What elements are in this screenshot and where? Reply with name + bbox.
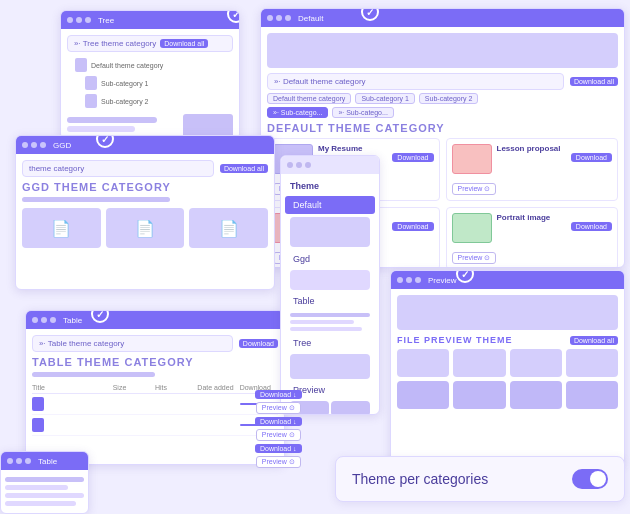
preview-banner-row: FILE PREVIEW THEME Download all [397, 335, 618, 345]
slide-download-btn[interactable]: Download [392, 222, 433, 231]
theme-preview-grid [290, 401, 370, 415]
dl-btn-1[interactable]: Download ↓ [255, 390, 302, 399]
table-banner: »· Table theme category [32, 335, 233, 352]
preview-thumb-grid [397, 349, 618, 409]
table-row-1-name [32, 397, 109, 411]
theme-sidebar-title: Theme [285, 178, 375, 194]
tree-file-icon-3 [85, 94, 97, 108]
preview-thumb-3 [510, 349, 562, 377]
card-portrait-title: Portrait image [497, 213, 613, 222]
default-category-title: DEFAULT THEME CATEGORY [267, 122, 618, 134]
col-size: Size [113, 384, 151, 391]
table-header-row: Title Size Hits Date added Download [32, 382, 278, 394]
portrait-download-btn[interactable]: Download [571, 222, 612, 231]
table-card-title: Table [38, 457, 57, 466]
preview-btn-1[interactable]: Preview ⊙ [256, 402, 301, 414]
tree-content: »· Tree theme category Download all Defa… [61, 29, 239, 140]
preview-file-label: FILE PREVIEW THEME [397, 335, 513, 345]
table-card-bar-4 [5, 501, 76, 506]
theme-tree-preview [290, 354, 370, 379]
ggd-thumb-grid: 📄 📄 📄 [22, 208, 268, 248]
ggd-banner: theme category [22, 160, 214, 177]
card-portrait-actions: Download [497, 222, 613, 231]
dl-btn-3[interactable]: Download ↓ [255, 444, 302, 453]
theme-sidebar-content: Theme Default Ggd Table Tree Preview [281, 174, 379, 415]
theme-sidebar-window: Theme Default Ggd Table Tree Preview Dow… [280, 155, 380, 415]
card-my-resume-title: My Resume [318, 144, 434, 153]
theme-list-table[interactable]: Table [285, 292, 375, 310]
theme-per-categories-label: Theme per categories [352, 471, 488, 487]
default-banner-row: »· Default theme category Download all [267, 73, 618, 90]
default-hero-placeholder [267, 33, 618, 68]
ggd-download-all-btn[interactable]: Download all [220, 164, 268, 173]
table-download-btn[interactable]: Download [239, 339, 278, 348]
table-window-title: Table [63, 316, 82, 325]
tree-subcategory-list: Default theme category Sub-category 1 Su… [67, 56, 233, 110]
subcat-default[interactable]: Default theme category [267, 93, 351, 104]
theme-list-default[interactable]: Default [285, 196, 375, 214]
preview-download-all-btn[interactable]: Download all [570, 336, 618, 345]
tree-file-icon-2 [85, 76, 97, 90]
default-category-label: »· Default theme category [274, 77, 366, 86]
table-card-content [1, 470, 88, 513]
dl-row-2: Preview ⊙ Download ↓ Preview ⊙ Download … [255, 402, 302, 468]
preview-thumb-8 [566, 381, 618, 409]
default-banner: »· Default theme category [267, 73, 564, 90]
download-buttons-panel: Download ↓ Preview ⊙ Download ↓ Preview … [255, 390, 302, 468]
theme-ggd-preview [290, 270, 370, 290]
subcat-1[interactable]: Sub-category 1 [355, 93, 414, 104]
card-portrait: Portrait image Download Preview ⊙ [446, 207, 619, 268]
preview-grid-2 [331, 401, 370, 415]
preview-btn-2[interactable]: Preview ⊙ [256, 429, 301, 441]
preview-thumb-4 [566, 349, 618, 377]
default-download-all-btn[interactable]: Download all [570, 77, 618, 86]
ggd-category-title: GGD THEME CATEGORY [22, 181, 268, 193]
theme-list-ggd[interactable]: Ggd [285, 250, 375, 268]
table-row-2-name [32, 418, 109, 432]
tree-subcat-3-label: Sub-category 2 [101, 98, 148, 105]
table-window: ✓ Table »· Table theme category Download… [25, 310, 285, 465]
preview-btn-3[interactable]: Preview ⊙ [256, 456, 301, 468]
card-lesson-inner: Lesson proposal Download [452, 144, 613, 174]
tree-file-icon-1 [75, 58, 87, 72]
ggd-thumb-1: 📄 [22, 208, 101, 248]
table-content: »· Table theme category Download TABLE T… [26, 329, 284, 442]
table-card-bar-2 [5, 485, 68, 490]
lesson-preview-btn[interactable]: Preview ⊙ [452, 183, 497, 195]
tree-window: ✓ Tree »· Tree theme category Download a… [60, 10, 240, 140]
preview-window: ✓ Preview FILE PREVIEW THEME Download al… [390, 270, 625, 465]
table-category-label: »· Table theme category [39, 339, 124, 348]
my-resume-download-btn[interactable]: Download [392, 153, 433, 162]
theme-default-preview [290, 217, 370, 247]
dl-btn-2[interactable]: Download ↓ [255, 417, 302, 426]
table-card-window: Table [0, 451, 89, 514]
subcat-2[interactable]: Sub-category 2 [419, 93, 478, 104]
ggd-window: ✓ GGD theme category Download all GGD TH… [15, 135, 275, 290]
card-portrait-thumb [452, 213, 492, 243]
ggd-title: GGD [53, 141, 71, 150]
theme-list-tree[interactable]: Tree [285, 334, 375, 352]
tree-subcat-2-label: Sub-category 1 [101, 80, 148, 87]
table-card-titlebar: Table [1, 452, 88, 470]
table-row-1-icon [32, 397, 44, 411]
theme-per-categories-toggle[interactable] [572, 469, 608, 489]
card-lesson-actions: Download [497, 153, 613, 162]
preview-thumb-7 [510, 381, 562, 409]
preview-thumb-5 [397, 381, 449, 409]
tree-subcat-1: Default theme category [75, 56, 233, 74]
preview-title: Preview [428, 276, 456, 285]
theme-per-categories-bar: Theme per categories [335, 456, 625, 502]
tree-download-all-btn[interactable]: Download all [160, 39, 208, 48]
tree-sub-items: Sub-category 1 Sub-category 2 [75, 74, 233, 110]
portrait-preview-btn[interactable]: Preview ⊙ [452, 252, 497, 264]
table-data-row-2 [32, 415, 278, 436]
lesson-download-btn[interactable]: Download [571, 153, 612, 162]
subcat-tab-1[interactable]: »· Sub-catego... [267, 107, 328, 118]
tree-subcat-1-label: Default theme category [91, 62, 163, 69]
preview-hero [397, 295, 618, 330]
subcat-tab-2[interactable]: »· Sub-catego... [332, 107, 393, 118]
default-titlebar: Default [261, 9, 624, 27]
table-placeholder-bar-1 [32, 372, 155, 377]
preview-content: FILE PREVIEW THEME Download all [391, 289, 624, 415]
tree-subcat-2: Sub-category 1 [85, 74, 233, 92]
